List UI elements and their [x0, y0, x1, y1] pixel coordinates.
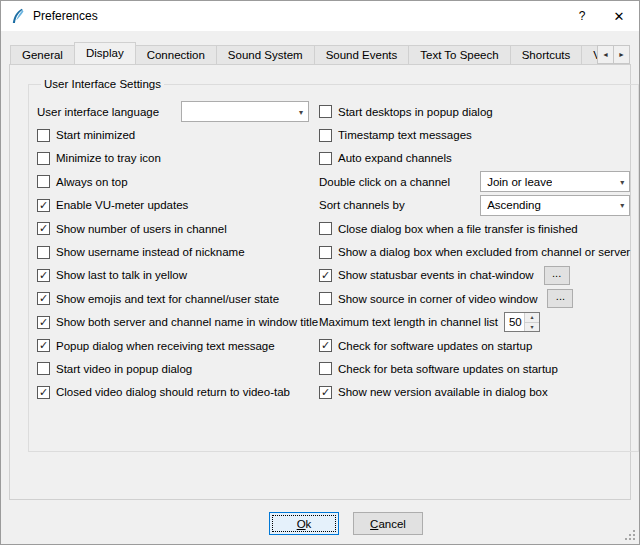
show-emojis-and-text-for-channel-user-state-checkbox[interactable]: ✓ — [37, 292, 50, 305]
app-icon — [9, 8, 26, 25]
check-for-beta-software-updates-on-startup-label[interactable]: Check for beta software updates on start… — [338, 363, 558, 375]
show-username-instead-of-nickname-label[interactable]: Show username instead of nickname — [56, 246, 245, 258]
show-statusbar-events-in-chat-window-label[interactable]: Show statusbar events in chat-window — [338, 269, 534, 281]
auto-expand-channels-label[interactable]: Auto expand channels — [338, 152, 452, 164]
maximum-text-length-in-channel-list-label: Maximum text length in channel list — [319, 316, 498, 328]
settings-row: ✓Popup dialog when receiving text messag… — [37, 334, 309, 357]
tab-scroll-left-icon[interactable]: ◄ — [597, 45, 614, 64]
cancel-button[interactable]: Cancel — [353, 512, 423, 535]
help-button[interactable]: ? — [565, 1, 599, 31]
show-number-of-users-in-channel-label[interactable]: Show number of users in channel — [56, 223, 227, 235]
close-icon[interactable]: ✕ — [599, 1, 639, 31]
settings-row: Auto expand channels — [319, 147, 630, 170]
settings-row: Start minimized — [37, 123, 309, 146]
show-a-dialog-box-when-excluded-from-channel-or-server-label[interactable]: Show a dialog box when excluded from cha… — [338, 246, 630, 258]
always-on-top-checkbox[interactable] — [37, 175, 50, 188]
start-video-in-popup-dialog-label[interactable]: Start video in popup dialog — [56, 363, 192, 375]
show-new-version-available-in-dialog-box-checkbox[interactable]: ✓ — [319, 386, 332, 399]
tab-shortcuts[interactable]: Shortcuts — [510, 45, 583, 64]
left-column: User interface language▾Start minimizedM… — [37, 100, 309, 404]
show-statusbar-events-in-chat-window-more-button[interactable]: ... — [544, 266, 570, 285]
tab-display[interactable]: Display — [74, 42, 136, 64]
title-bar[interactable]: Preferences ? ✕ — [1, 1, 639, 31]
start-minimized-checkbox[interactable] — [37, 129, 50, 142]
tab-sound-events[interactable]: Sound Events — [314, 45, 410, 64]
settings-row: Close dialog box when a file transfer is… — [319, 217, 630, 240]
combo-selected-value: Join or leave — [487, 176, 552, 188]
tab-sound-system[interactable]: Sound System — [216, 45, 315, 64]
timestamp-text-messages-checkbox[interactable] — [319, 129, 332, 142]
spin-up-icon[interactable]: ▴ — [525, 313, 539, 323]
settings-row: Check for beta software updates on start… — [319, 357, 630, 380]
tab-text-to-speech[interactable]: Text To Speech — [408, 45, 510, 64]
settings-row: Always on top — [37, 170, 309, 193]
chevron-down-icon: ▾ — [620, 177, 624, 186]
group-title: User Interface Settings — [41, 78, 164, 90]
settings-row: Show a dialog box when excluded from cha… — [319, 240, 630, 263]
titlebar-buttons: ? ✕ — [565, 1, 639, 31]
show-number-of-users-in-channel-checkbox[interactable]: ✓ — [37, 222, 50, 235]
close-dialog-box-when-a-file-transfer-is-finished-checkbox[interactable] — [319, 222, 332, 235]
show-statusbar-events-in-chat-window-checkbox[interactable]: ✓ — [319, 269, 332, 282]
show-source-in-corner-of-video-window-more-button[interactable]: ... — [547, 289, 573, 308]
check-for-software-updates-on-startup-checkbox[interactable]: ✓ — [319, 339, 332, 352]
start-desktops-in-popup-dialog-checkbox[interactable] — [319, 105, 332, 118]
enable-vu-meter-updates-label[interactable]: Enable VU-meter updates — [56, 199, 188, 211]
sort-channels-by-combobox[interactable]: Ascending▾ — [480, 195, 630, 216]
show-new-version-available-in-dialog-box-label[interactable]: Show new version available in dialog box — [338, 386, 548, 398]
auto-expand-channels-checkbox[interactable] — [319, 152, 332, 165]
check-for-software-updates-on-startup-label[interactable]: Check for software updates on startup — [338, 340, 532, 352]
user-interface-language-label: User interface language — [37, 106, 159, 118]
show-last-to-talk-in-yellow-checkbox[interactable]: ✓ — [37, 269, 50, 282]
show-both-server-and-channel-name-in-window-title-label[interactable]: Show both server and channel name in win… — [56, 316, 318, 328]
spin-down-icon[interactable]: ▾ — [525, 323, 539, 332]
tab-bar: GeneralDisplayConnectionSound SystemSoun… — [10, 42, 607, 64]
popup-dialog-when-receiving-text-message-checkbox[interactable]: ✓ — [37, 339, 50, 352]
tab-connection[interactable]: Connection — [135, 45, 217, 64]
tab-general[interactable]: General — [10, 45, 75, 64]
show-a-dialog-box-when-excluded-from-channel-or-server-checkbox[interactable] — [319, 246, 332, 259]
start-desktops-in-popup-dialog-label[interactable]: Start desktops in popup dialog — [338, 106, 493, 118]
double-click-on-a-channel-combobox[interactable]: Join or leave▾ — [480, 171, 630, 192]
settings-row: ✓Show new version available in dialog bo… — [319, 381, 630, 404]
resize-grip[interactable] — [623, 528, 635, 540]
user-interface-language-combobox[interactable]: ▾ — [181, 101, 309, 122]
double-click-on-a-channel-label: Double click on a channel — [319, 176, 450, 188]
check-for-beta-software-updates-on-startup-checkbox[interactable] — [319, 362, 332, 375]
settings-row: ✓Show both server and channel name in wi… — [37, 311, 309, 334]
popup-dialog-when-receiving-text-message-label[interactable]: Popup dialog when receiving text message — [56, 340, 275, 352]
settings-row: User interface language▾ — [37, 100, 309, 123]
show-source-in-corner-of-video-window-checkbox[interactable] — [319, 292, 332, 305]
show-both-server-and-channel-name-in-window-title-checkbox[interactable]: ✓ — [37, 316, 50, 329]
start-video-in-popup-dialog-checkbox[interactable] — [37, 362, 50, 375]
minimize-to-tray-icon-checkbox[interactable] — [37, 152, 50, 165]
always-on-top-label[interactable]: Always on top — [56, 176, 128, 188]
close-dialog-box-when-a-file-transfer-is-finished-label[interactable]: Close dialog box when a file transfer is… — [338, 223, 578, 235]
enable-vu-meter-updates-checkbox[interactable]: ✓ — [37, 199, 50, 212]
settings-row: Start desktops in popup dialog — [319, 100, 630, 123]
settings-row: ✓Closed video dialog should return to vi… — [37, 381, 309, 404]
show-source-in-corner-of-video-window-label[interactable]: Show source in corner of video window — [338, 293, 537, 305]
spin-buttons: ▴▾ — [524, 313, 539, 331]
display-tab-page: User Interface Settings User interface l… — [9, 64, 631, 500]
tab-scroll-buttons: ◄ ► — [598, 45, 630, 64]
closed-video-dialog-should-return-to-video-tab-label[interactable]: Closed video dialog should return to vid… — [56, 386, 290, 398]
timestamp-text-messages-label[interactable]: Timestamp text messages — [338, 129, 472, 141]
show-last-to-talk-in-yellow-label[interactable]: Show last to talk in yellow — [56, 269, 187, 281]
maximum-text-length-in-channel-list-spinbox[interactable]: 50▴▾ — [504, 312, 540, 332]
spinbox-value[interactable]: 50 — [505, 313, 524, 331]
settings-row: Show source in corner of video window... — [319, 287, 630, 310]
closed-video-dialog-should-return-to-video-tab-checkbox[interactable]: ✓ — [37, 386, 50, 399]
user-interface-settings-group: User Interface Settings User interface l… — [28, 78, 639, 452]
settings-row: Minimize to tray icon — [37, 147, 309, 170]
minimize-to-tray-icon-label[interactable]: Minimize to tray icon — [56, 152, 161, 164]
start-minimized-label[interactable]: Start minimized — [56, 129, 135, 141]
combo-selected-value: Ascending — [487, 199, 541, 211]
show-emojis-and-text-for-channel-user-state-label[interactable]: Show emojis and text for channel/user st… — [56, 293, 279, 305]
dialog-buttons: Ok Cancel — [1, 512, 639, 535]
ok-button[interactable]: Ok — [269, 512, 339, 535]
window-title: Preferences — [33, 9, 98, 23]
show-username-instead-of-nickname-checkbox[interactable] — [37, 246, 50, 259]
settings-row: ✓Show emojis and text for channel/user s… — [37, 287, 309, 310]
tab-scroll-right-icon[interactable]: ► — [613, 45, 630, 64]
